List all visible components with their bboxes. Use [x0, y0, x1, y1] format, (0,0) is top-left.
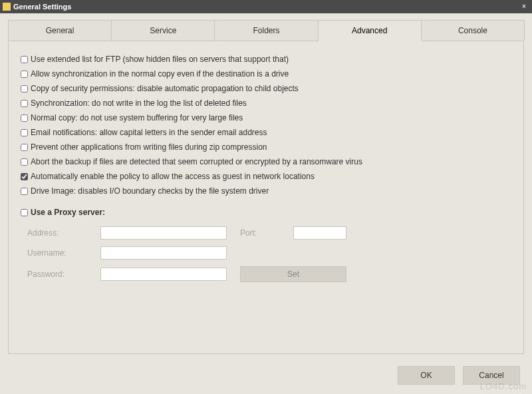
proxy-label: Use a Proxy server:	[31, 208, 105, 217]
option-checkbox[interactable]	[21, 129, 28, 136]
option-checkbox[interactable]	[21, 158, 28, 166]
option-row: Use extended list for FTP (show hidden f…	[21, 55, 511, 64]
option-row: Normal copy: do not use system buffering…	[21, 113, 511, 122]
app-icon	[3, 3, 11, 11]
option-label: Use extended list for FTP (show hidden f…	[31, 55, 289, 64]
tab-console[interactable]: Console	[421, 20, 525, 41]
option-checkbox[interactable]	[21, 100, 28, 107]
cancel-button[interactable]: Cancel	[463, 366, 520, 385]
proxy-section: Use a Proxy server: Address: Port: Usern…	[21, 208, 511, 282]
username-input[interactable]	[100, 246, 227, 260]
advanced-panel: Use extended list for FTP (show hidden f…	[8, 41, 524, 354]
window-title: General Settings	[13, 3, 519, 11]
dialog-container: General Service Folders Advanced Console…	[0, 13, 532, 394]
option-checkbox[interactable]	[21, 144, 28, 151]
proxy-grid: Address: Port: Username: Password: Set	[27, 226, 511, 282]
option-label: Allow synchronization in the normal copy…	[31, 69, 289, 79]
option-label: Abort the backup if files are detected t…	[31, 157, 362, 166]
tab-bar: General Service Folders Advanced Console	[8, 20, 524, 41]
tab-advanced[interactable]: Advanced	[318, 20, 422, 41]
option-row: Abort the backup if files are detected t…	[21, 157, 511, 166]
address-label: Address:	[27, 228, 87, 238]
username-label: Username:	[27, 248, 87, 258]
close-button[interactable]: ×	[519, 2, 529, 11]
option-checkbox[interactable]	[21, 173, 28, 180]
password-input[interactable]	[100, 268, 227, 281]
option-checkbox[interactable]	[21, 188, 28, 195]
option-label: Synchronization: do not write in the log…	[31, 98, 247, 108]
titlebar: General Settings ×	[0, 0, 532, 13]
password-label: Password:	[27, 270, 87, 279]
option-label: Email notifications: allow capital lette…	[31, 128, 267, 137]
port-input[interactable]	[293, 226, 346, 240]
option-row: Prevent other applications from writing …	[21, 142, 511, 152]
option-label: Prevent other applications from writing …	[31, 142, 267, 152]
option-checkbox[interactable]	[21, 85, 28, 93]
address-input[interactable]	[100, 226, 227, 240]
option-checkbox[interactable]	[21, 71, 28, 78]
tab-folders[interactable]: Folders	[214, 20, 318, 41]
options-list: Use extended list for FTP (show hidden f…	[21, 55, 511, 196]
proxy-checkbox[interactable]	[21, 209, 28, 216]
option-label: Drive Image: disables I/O boundary check…	[31, 186, 269, 196]
ok-button[interactable]: OK	[398, 366, 455, 385]
port-label: Port:	[240, 228, 280, 238]
option-label: Automatically enable the policy to allow…	[31, 172, 315, 181]
option-checkbox[interactable]	[21, 114, 28, 122]
tab-service[interactable]: Service	[111, 20, 215, 41]
option-row: Synchronization: do not write in the log…	[21, 98, 511, 108]
option-row: Automatically enable the policy to allow…	[21, 172, 511, 181]
option-row: Drive Image: disables I/O boundary check…	[21, 186, 511, 196]
option-label: Copy of security permissions: disable au…	[31, 84, 299, 93]
option-row: Email notifications: allow capital lette…	[21, 128, 511, 137]
proxy-toggle-row: Use a Proxy server:	[21, 208, 511, 217]
footer-buttons: OK Cancel	[398, 366, 520, 385]
option-row: Allow synchronization in the normal copy…	[21, 69, 511, 79]
option-row: Copy of security permissions: disable au…	[21, 84, 511, 93]
tab-general[interactable]: General	[8, 20, 112, 41]
option-checkbox[interactable]	[21, 56, 28, 63]
set-button[interactable]: Set	[240, 266, 346, 282]
option-label: Normal copy: do not use system buffering…	[31, 113, 243, 122]
